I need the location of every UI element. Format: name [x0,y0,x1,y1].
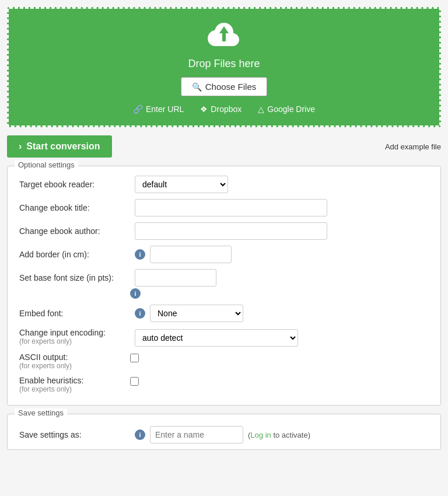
google-drive-icon: △ [258,104,264,114]
drop-zone-links: 🔗 Enter URL ❖ Dropbox △ Google Drive [20,104,428,114]
dropbox-icon: ❖ [200,104,208,114]
save-activate-text: (Log in to activate) [248,431,310,439]
encoding-label: Change input encoding: [19,328,130,337]
change-author-row: Change ebook author: [19,222,429,240]
optional-settings-legend: Optional settings [15,160,78,169]
target-reader-select[interactable]: default Kindle Kobo Nook Sony Reader iPa… [135,176,228,193]
encoding-sub: (for experts only) [19,337,130,345]
choose-files-button[interactable]: 🔍 Choose Files [181,77,268,96]
start-conversion-label: Start conversion [26,141,100,152]
font-size-row: Set base font size (in pts): i [19,269,429,299]
link-icon: 🔗 [133,104,143,114]
embed-font-select[interactable]: None Arial Times New Roman Georgia Couri… [150,305,243,322]
save-info-icon[interactable]: i [135,429,145,440]
save-settings-legend: Save settings [15,408,67,417]
ascii-output-row: ASCII output: (for experts only) [19,352,429,370]
border-input[interactable] [150,246,232,263]
ascii-sub: (for experts only) [19,362,130,370]
add-border-label: Add border (in cm): [19,250,130,259]
change-title-input[interactable] [135,199,327,216]
change-title-label: Change ebook title: [19,203,130,212]
google-drive-link[interactable]: △ Google Drive [258,104,315,114]
encoding-select[interactable]: auto detect UTF-8 ISO-8859-1 Windows-125… [135,329,298,347]
font-size-input[interactable] [135,269,216,287]
drop-zone[interactable]: Drop Files here 🔍 Choose Files 🔗 Enter U… [7,7,441,127]
add-example-link[interactable]: Add example file [385,142,441,151]
font-size-label: Set base font size (in pts): [19,273,130,282]
toolbar-row: › Start conversion Add example file [7,135,441,158]
start-conversion-button[interactable]: › Start conversion [7,135,112,158]
heuristics-label: Enable heuristics: [19,376,130,385]
chevron-icon: › [19,141,22,152]
border-info-icon[interactable]: i [135,249,145,260]
enter-url-link[interactable]: 🔗 Enter URL [133,104,184,114]
save-as-label: Save settings as: [19,430,130,439]
dropbox-link[interactable]: ❖ Dropbox [200,104,242,114]
choose-files-label: Choose Files [205,82,257,92]
change-author-input[interactable] [135,222,327,240]
ascii-label: ASCII output: [19,352,130,362]
encoding-row: Change input encoding: (for experts only… [19,328,429,347]
heuristics-row: Enable heuristics: (for experts only) [19,376,429,393]
change-author-label: Change ebook author: [19,226,130,236]
target-reader-label: Target ebook reader: [19,180,130,189]
font-size-info-icon[interactable]: i [130,288,141,299]
embed-font-row: Embed font: i None Arial Times New Roman… [19,305,429,322]
search-icon: 🔍 [192,82,202,92]
save-settings-row: Save settings as: i (Log in to activate) [19,424,429,443]
save-name-input[interactable] [150,426,243,443]
optional-settings-section: Optional settings Target ebook reader: d… [7,166,441,406]
ascii-checkbox[interactable] [130,354,139,362]
drop-text: Drop Files here [20,58,428,70]
target-reader-row: Target ebook reader: default Kindle Kobo… [19,176,429,193]
embed-font-label: Embed font: [19,309,130,318]
embed-font-info-icon[interactable]: i [135,308,145,319]
heuristics-sub: (for experts only) [19,385,130,393]
change-title-row: Change ebook title: [19,199,429,216]
heuristics-checkbox[interactable] [130,377,139,386]
save-settings-section: Save settings Save settings as: i (Log i… [7,414,441,450]
login-link[interactable]: Log in [250,431,271,439]
cloud-upload-icon [20,20,428,53]
add-border-row: Add border (in cm): i [19,246,429,263]
